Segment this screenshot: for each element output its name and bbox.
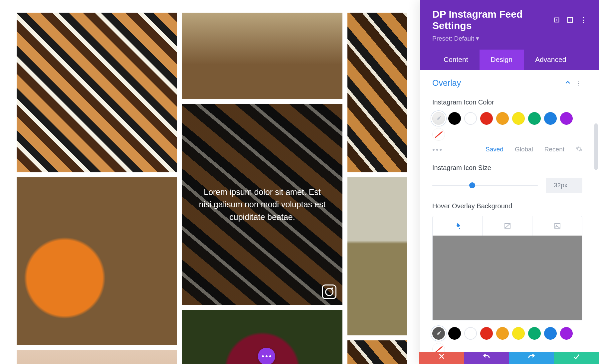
swatch-black[interactable]	[448, 112, 461, 125]
slider-thumb[interactable]	[469, 182, 475, 188]
swatch-yellow[interactable]	[512, 327, 525, 340]
icon-size-value[interactable]: 32px	[546, 178, 582, 193]
instagram-feed-preview: Lorem ipsum dolor sit amet. Est nisi gal…	[0, 0, 419, 364]
tab-design[interactable]: Design	[480, 50, 524, 70]
feed-item[interactable]	[17, 177, 177, 345]
section-overlay-header[interactable]: Overlay ⋮	[432, 78, 582, 96]
more-swatches-icon[interactable]: •••	[432, 145, 443, 154]
panel-action-bar	[419, 352, 599, 364]
swatch-white[interactable]	[464, 327, 477, 340]
bg-tab-gradient[interactable]	[483, 216, 532, 236]
bg-type-tabs	[432, 216, 582, 236]
bg-tab-color[interactable]	[433, 216, 483, 236]
palette-tab-global[interactable]: Global	[515, 146, 533, 154]
panel-header: DP Instagram Feed Settings ⋮ Preset: Def…	[420, 0, 599, 70]
svg-line-5	[505, 224, 510, 228]
swatch-black[interactable]	[448, 327, 461, 340]
swatch-red[interactable]	[480, 327, 493, 340]
swatch-red[interactable]	[480, 112, 493, 125]
swatch-purple[interactable]	[560, 327, 573, 340]
swatch-blue[interactable]	[544, 112, 557, 125]
swatch-eyedropper[interactable]	[432, 327, 445, 340]
section-menu-icon[interactable]: ⋮	[575, 79, 582, 87]
swatch-none[interactable]	[432, 128, 445, 141]
label-icon-color: Instagram Icon Color	[432, 98, 582, 106]
instagram-icon	[322, 284, 336, 299]
feed-item[interactable]	[347, 13, 407, 172]
feed-item[interactable]	[347, 177, 407, 335]
palette-tab-saved[interactable]: Saved	[486, 146, 503, 154]
feed-item[interactable]	[17, 350, 177, 364]
feed-item-hovered[interactable]: Lorem ipsum dolor sit amet. Est nisi gal…	[182, 104, 342, 305]
settings-panel: DP Instagram Feed Settings ⋮ Preset: Def…	[420, 0, 599, 364]
section-title: Overlay	[432, 78, 461, 88]
feed-item[interactable]	[347, 340, 407, 364]
panel-menu-icon[interactable]: ⋮	[580, 16, 587, 24]
hover-bg-swatches	[432, 327, 582, 356]
scrollbar[interactable]	[594, 123, 598, 170]
preset-selector[interactable]: Preset: Default ▾	[432, 35, 587, 42]
redo-button[interactable]	[509, 352, 554, 364]
swatch-orange[interactable]	[496, 327, 509, 340]
module-actions-fab[interactable]	[258, 348, 275, 364]
swatch-green[interactable]	[528, 327, 541, 340]
svg-point-1	[556, 19, 557, 21]
feed-overlay-caption: Lorem ipsum dolor sit amet. Est nisi gal…	[182, 104, 342, 305]
palette-tab-recent[interactable]: Recent	[544, 146, 564, 154]
swatch-yellow[interactable]	[512, 112, 525, 125]
bg-tab-image[interactable]	[532, 216, 582, 236]
panel-title: DP Instagram Feed Settings	[432, 9, 547, 31]
swatch-eyedropper[interactable]	[432, 112, 445, 125]
save-button[interactable]	[554, 352, 599, 364]
swatch-orange[interactable]	[496, 112, 509, 125]
swatch-blue[interactable]	[544, 327, 557, 340]
icon-size-slider[interactable]	[432, 185, 538, 186]
columns-icon[interactable]	[566, 16, 574, 24]
icon-color-swatches	[432, 112, 582, 141]
label-hover-bg: Hover Overlay Background	[432, 202, 582, 210]
swatch-green[interactable]	[528, 112, 541, 125]
panel-body: Overlay ⋮ Instagram Icon Color	[420, 70, 599, 364]
swatch-purple[interactable]	[560, 112, 573, 125]
feed-item[interactable]	[17, 13, 177, 172]
palette-settings-icon[interactable]	[576, 146, 582, 154]
expand-icon[interactable]	[553, 16, 560, 24]
undo-button[interactable]	[464, 352, 509, 364]
cancel-button[interactable]	[419, 352, 464, 364]
bg-color-preview[interactable]	[432, 236, 582, 320]
swatch-white[interactable]	[464, 112, 477, 125]
feed-item[interactable]	[182, 13, 342, 99]
chevron-up-icon[interactable]	[564, 78, 571, 88]
label-icon-size: Instagram Icon Size	[432, 164, 582, 172]
tab-advanced[interactable]: Advanced	[524, 50, 577, 70]
tab-content[interactable]: Content	[432, 50, 480, 70]
